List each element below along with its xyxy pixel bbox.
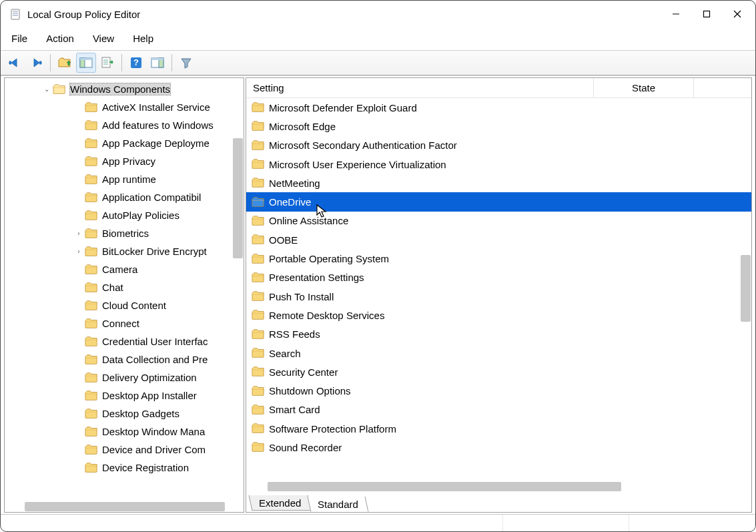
tree-item[interactable]: AutoPlay Policies: [5, 206, 244, 224]
tree-item[interactable]: Data Collection and Pre: [5, 350, 244, 368]
svg-rect-0: [11, 9, 19, 19]
folder-icon: [85, 408, 98, 420]
tree-item[interactable]: Device and Driver Com: [5, 441, 244, 459]
menu-file[interactable]: File: [2, 30, 37, 47]
folder-icon: [85, 372, 98, 384]
folder-icon: [252, 101, 265, 113]
tree-hscrollbar[interactable]: [25, 502, 225, 511]
help-button[interactable]: ?: [126, 53, 146, 73]
tree-list[interactable]: ⌄ Windows Components ActiveX Installer S…: [5, 78, 244, 500]
menu-action[interactable]: Action: [37, 30, 83, 47]
folder-icon: [85, 246, 98, 258]
list-item[interactable]: NetMeeting: [246, 174, 751, 192]
list-item-label: Software Protection Platform: [269, 423, 396, 435]
tree-item[interactable]: Chat: [5, 278, 244, 296]
show-hide-action-button[interactable]: [147, 53, 167, 73]
tree-item[interactable]: App runtime: [5, 170, 244, 188]
tree-item-label: Connect: [102, 318, 139, 329]
list-item[interactable]: Microsoft User Experience Virtualization: [246, 155, 751, 174]
folder-icon: [252, 177, 265, 189]
tree-item[interactable]: Desktop Gadgets: [5, 405, 244, 423]
list-item[interactable]: OOBE: [246, 230, 751, 249]
folder-icon: [252, 272, 265, 284]
tab-extended[interactable]: Extended: [249, 495, 312, 511]
separator: [171, 54, 172, 71]
list-item-label: Shutdown Options: [269, 385, 351, 396]
tree-item[interactable]: Device Registration: [5, 459, 244, 477]
list-area[interactable]: Microsoft Defender Exploit Guard Microso…: [246, 98, 751, 492]
list-item[interactable]: Microsoft Edge: [246, 117, 751, 136]
column-header-setting[interactable]: Setting: [246, 82, 593, 93]
tree-item[interactable]: App Privacy: [5, 152, 244, 170]
tree-item-label: AutoPlay Policies: [102, 210, 179, 221]
minimize-button[interactable]: [661, 3, 691, 25]
tree-item[interactable]: Add features to Windows: [5, 116, 244, 134]
list-item[interactable]: Sound Recorder: [246, 438, 751, 457]
list-item[interactable]: Microsoft Defender Exploit Guard: [246, 98, 751, 117]
tree-item-label: Chat: [102, 282, 123, 293]
list-item[interactable]: Security Center: [246, 362, 751, 381]
folder-icon: [252, 309, 265, 321]
tree-item[interactable]: Application Compatibil: [5, 188, 244, 206]
forward-button[interactable]: [26, 53, 46, 73]
tree-item-label: App Package Deployme: [102, 138, 210, 149]
up-one-level-button[interactable]: [55, 53, 75, 73]
folder-icon: [252, 158, 265, 170]
folder-icon: [53, 83, 66, 95]
tree-item[interactable]: Desktop Window Mana: [5, 423, 244, 441]
list-item[interactable]: Push To Install: [246, 287, 751, 306]
folder-icon: [252, 328, 265, 340]
tree-item[interactable]: Credential User Interfac: [5, 332, 244, 350]
window-title: Local Group Policy Editor: [27, 9, 661, 20]
list-item[interactable]: OneDrive: [246, 192, 751, 211]
list-item[interactable]: Online Assistance: [246, 212, 751, 230]
list-item-label: Sound Recorder: [269, 442, 342, 453]
list-item-label: Portable Operating System: [269, 253, 389, 264]
tree-item-label: App Privacy: [102, 156, 155, 167]
tree-item[interactable]: Delivery Optimization: [5, 368, 244, 386]
expand-collapse-icon[interactable]: ›: [74, 230, 83, 237]
folder-icon: [252, 234, 265, 246]
list-item[interactable]: Shutdown Options: [246, 381, 751, 400]
list-item[interactable]: Portable Operating System: [246, 249, 751, 268]
list-item[interactable]: Software Protection Platform: [246, 419, 751, 438]
tab-standard[interactable]: Standard: [308, 497, 369, 512]
close-button[interactable]: [722, 3, 753, 25]
show-hide-tree-button[interactable]: [76, 53, 96, 73]
menu-view[interactable]: View: [83, 30, 123, 47]
folder-icon: [252, 423, 265, 435]
expand-collapse-icon[interactable]: ⌄: [42, 85, 51, 93]
tree-item[interactable]: › Biometrics: [5, 224, 244, 242]
list-item-label: Online Assistance: [269, 215, 348, 226]
folder-icon: [252, 404, 265, 416]
list-item[interactable]: Search: [246, 344, 751, 362]
list-hscrollbar[interactable]: [268, 482, 621, 491]
tree-item[interactable]: Camera: [5, 260, 244, 278]
tree-item[interactable]: Cloud Content: [5, 296, 244, 314]
tree-item-label: Desktop App Installer: [102, 390, 197, 401]
tree-item[interactable]: › BitLocker Drive Encrypt: [5, 242, 244, 260]
tree-item[interactable]: Desktop App Installer: [5, 386, 244, 405]
tree-item[interactable]: App Package Deployme: [5, 134, 244, 152]
column-header-state[interactable]: State: [593, 78, 693, 97]
list-item[interactable]: Presentation Settings: [246, 268, 751, 287]
export-list-button[interactable]: [97, 53, 117, 73]
expand-collapse-icon[interactable]: ›: [74, 248, 83, 255]
list-item[interactable]: Smart Card: [246, 401, 751, 419]
tree-item-label: Device Registration: [102, 462, 189, 473]
tree-item-label: Cloud Content: [102, 300, 166, 311]
list-item[interactable]: Microsoft Secondary Authentication Facto…: [246, 136, 751, 155]
folder-icon: [85, 300, 98, 312]
back-button[interactable]: [5, 53, 25, 73]
list-item[interactable]: RSS Feeds: [246, 325, 751, 344]
column-header-blank[interactable]: [693, 78, 730, 97]
tree-item-root[interactable]: ⌄ Windows Components: [5, 80, 244, 98]
folder-icon: [85, 174, 98, 186]
maximize-button[interactable]: [691, 3, 722, 25]
tree-item[interactable]: Connect: [5, 314, 244, 332]
list-item-label: Push To Install: [269, 291, 334, 302]
menu-help[interactable]: Help: [123, 30, 163, 47]
tree-item[interactable]: ActiveX Installer Service: [5, 98, 244, 116]
filter-button[interactable]: [176, 53, 196, 73]
list-item[interactable]: Remote Desktop Services: [246, 306, 751, 324]
